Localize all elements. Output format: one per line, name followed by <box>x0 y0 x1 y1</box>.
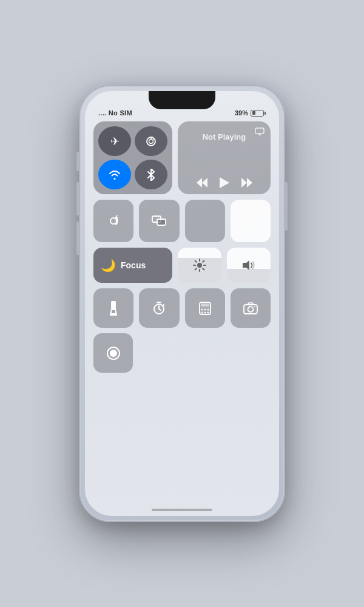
notch <box>149 91 215 109</box>
svg-rect-23 <box>111 301 116 308</box>
svg-point-1 <box>149 139 153 143</box>
battery-icon <box>251 110 266 117</box>
battery-percent: 39% <box>235 109 248 117</box>
svg-line-19 <box>203 268 204 270</box>
row-3: 🌙 Focus <box>93 248 271 283</box>
brightness-slider[interactable] <box>178 248 221 283</box>
svg-marker-9 <box>247 178 252 188</box>
svg-rect-31 <box>201 304 209 307</box>
row-1: ✈ <box>93 121 271 194</box>
svg-marker-5 <box>202 178 207 188</box>
svg-marker-8 <box>241 178 247 188</box>
connectivity-block: ✈ <box>93 121 172 194</box>
orientation-lock-icon <box>107 214 120 228</box>
camera-icon <box>243 302 258 314</box>
volume-icon <box>242 260 255 271</box>
focus-moon-icon: 🌙 <box>101 258 116 273</box>
svg-line-29 <box>163 305 164 306</box>
bluetooth-icon <box>147 169 155 181</box>
svg-line-21 <box>195 268 197 270</box>
svg-point-32 <box>201 308 203 310</box>
home-indicator[interactable] <box>152 509 212 511</box>
screen-record-icon <box>107 347 120 360</box>
row-4 <box>93 288 271 328</box>
orientation-lock-tile[interactable] <box>93 200 133 242</box>
svg-rect-4 <box>255 128 264 134</box>
forward-button[interactable] <box>241 178 252 188</box>
volume-up-button[interactable] <box>76 182 79 215</box>
svg-point-34 <box>207 308 209 310</box>
phone-frame: .... No SIM 39% ✈ <box>79 85 285 522</box>
svg-point-35 <box>201 311 203 313</box>
status-right: 39% <box>235 109 266 117</box>
calculator-icon <box>199 302 211 315</box>
calculator-tile[interactable] <box>185 288 225 328</box>
timer-icon <box>152 302 166 315</box>
brightness-tile[interactable] <box>185 200 225 242</box>
svg-rect-24 <box>112 310 115 313</box>
focus-block[interactable]: 🌙 Focus <box>93 248 172 283</box>
flashlight-icon <box>109 301 118 316</box>
svg-point-39 <box>248 307 253 312</box>
play-button[interactable] <box>220 177 229 188</box>
rewind-button[interactable] <box>197 178 207 188</box>
wifi-icon <box>109 170 121 180</box>
screen-record-tile[interactable] <box>93 333 133 373</box>
screen-mirror-icon <box>152 215 166 226</box>
cellular-icon <box>146 136 157 147</box>
control-center: ✈ <box>93 121 271 498</box>
svg-point-40 <box>254 306 255 307</box>
svg-point-13 <box>197 263 202 268</box>
svg-rect-12 <box>157 219 166 225</box>
svg-line-20 <box>203 261 204 262</box>
cellular-button[interactable] <box>135 126 167 156</box>
brightness-icon <box>193 259 206 272</box>
row-2 <box>93 200 271 242</box>
bluetooth-button[interactable] <box>135 160 167 189</box>
svg-point-42 <box>110 350 117 357</box>
volume-tile[interactable] <box>231 200 271 242</box>
screen-mirror-tile[interactable] <box>139 200 179 242</box>
phone-screen: .... No SIM 39% ✈ <box>85 91 279 516</box>
timer-tile[interactable] <box>139 288 179 328</box>
carrier-label: .... No SIM <box>98 109 132 117</box>
camera-tile[interactable] <box>231 288 271 328</box>
media-controls <box>197 177 252 188</box>
airplane-icon: ✈ <box>110 136 120 147</box>
flashlight-tile[interactable] <box>93 288 133 328</box>
svg-line-18 <box>195 261 197 262</box>
mute-button[interactable] <box>76 152 79 171</box>
volume-down-button[interactable] <box>76 222 79 255</box>
now-playing-block[interactable]: Not Playing <box>178 121 271 194</box>
airplay-icon <box>255 127 265 136</box>
svg-marker-22 <box>243 260 249 270</box>
svg-point-36 <box>204 311 206 313</box>
svg-marker-7 <box>220 177 229 188</box>
power-button[interactable] <box>285 182 288 231</box>
now-playing-title: Not Playing <box>203 132 246 141</box>
airplane-mode-button[interactable]: ✈ <box>98 126 131 156</box>
row-5 <box>93 333 271 373</box>
svg-point-37 <box>207 311 209 313</box>
svg-line-27 <box>159 309 161 310</box>
volume-slider[interactable] <box>227 248 271 283</box>
wifi-button[interactable] <box>98 160 131 189</box>
svg-point-33 <box>204 308 206 310</box>
svg-marker-6 <box>197 178 202 188</box>
svg-point-10 <box>110 218 116 224</box>
svg-line-3 <box>153 139 155 140</box>
focus-label: Focus <box>121 260 146 270</box>
